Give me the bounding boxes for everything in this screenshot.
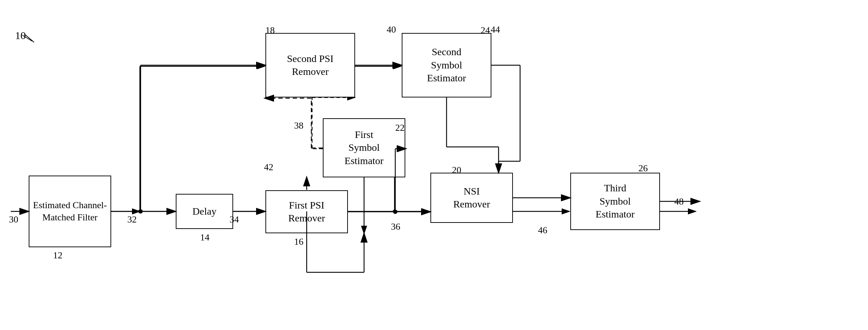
ref-32: 32 bbox=[127, 214, 137, 225]
second-sym-ref: 24 bbox=[481, 25, 490, 36]
ref-36: 36 bbox=[391, 221, 400, 232]
ref-42: 42 bbox=[264, 162, 273, 173]
ecmf-ref: 12 bbox=[53, 250, 62, 261]
second-psi-ref: 18 bbox=[265, 25, 275, 36]
ref-38: 38 bbox=[294, 120, 303, 131]
ref-30: 30 bbox=[9, 214, 18, 225]
ref-10: 10 bbox=[15, 29, 26, 42]
ref-48: 48 bbox=[674, 196, 684, 207]
ref-44: 44 bbox=[491, 24, 500, 35]
third-sym-box: ThirdSymbolEstimator bbox=[570, 173, 660, 230]
second-psi-box: Second PSIRemover bbox=[265, 33, 355, 97]
svg-point-33 bbox=[138, 209, 143, 214]
ref-34: 34 bbox=[230, 214, 239, 225]
svg-point-5 bbox=[138, 210, 142, 213]
first-psi-ref: 16 bbox=[294, 236, 303, 247]
ref-40: 40 bbox=[387, 24, 396, 35]
third-sym-ref: 26 bbox=[638, 163, 648, 174]
ecmf-box: Estimated Channel- Matched Filter bbox=[29, 176, 111, 247]
svg-point-11 bbox=[393, 210, 396, 213]
nsi-ref: 20 bbox=[452, 165, 461, 176]
ref-46: 46 bbox=[538, 225, 547, 236]
svg-line-29 bbox=[24, 34, 34, 42]
first-sym-ref: 22 bbox=[395, 123, 405, 133]
svg-point-3 bbox=[20, 210, 23, 213]
delay-ref: 14 bbox=[200, 232, 209, 243]
first-sym-box: FirstSymbolEstimator bbox=[323, 118, 405, 177]
svg-point-39 bbox=[393, 210, 397, 214]
first-psi-box: First PSIRemover bbox=[265, 190, 348, 233]
diagram: Estimated Channel- Matched Filter 12 Del… bbox=[0, 0, 868, 330]
nsi-box: NSIRemover bbox=[430, 173, 513, 223]
second-sym-box: SecondSymbolEstimator bbox=[402, 33, 491, 97]
delay-box: Delay bbox=[176, 194, 233, 229]
